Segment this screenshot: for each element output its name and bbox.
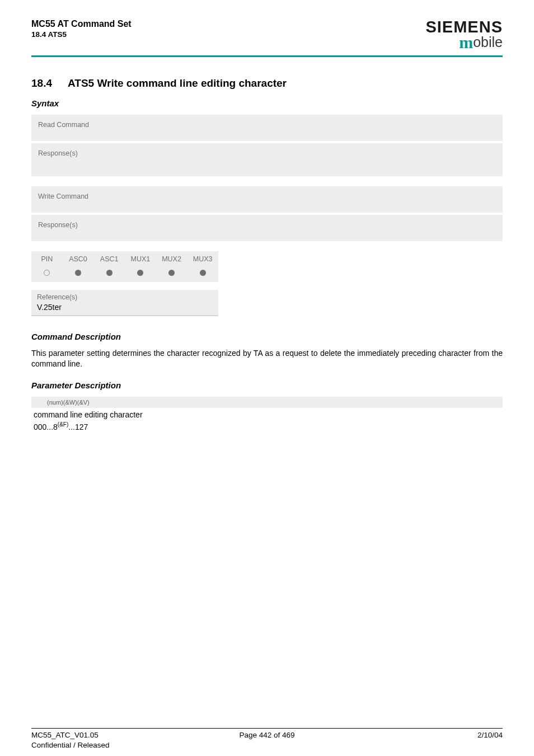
footer-confidential: Confidential / Released: [31, 741, 110, 749]
command-description-label: Command Description: [31, 332, 503, 341]
col-asc0: ASC0: [63, 251, 94, 267]
col-mux3: MUX3: [187, 251, 218, 267]
response-block-2: Response(s): [31, 215, 503, 241]
cell-mux2: [156, 267, 188, 282]
cell-mux1: [125, 267, 156, 282]
reference-value: V.25ter: [31, 303, 218, 316]
parameter-description-label: Parameter Description: [31, 381, 503, 390]
parameter-text: command line editing character: [31, 410, 503, 419]
read-command-block: Read Command: [31, 115, 503, 141]
syntax-label: Syntax: [31, 98, 503, 108]
cell-mux3: [187, 267, 218, 282]
doc-header: MC55 AT Command Set 18.4 ATS5 SIEMENS mo…: [31, 19, 503, 51]
header-left: MC55 AT Command Set 18.4 ATS5: [31, 19, 132, 39]
brand-block: SIEMENS mobile: [425, 19, 503, 51]
doc-title: MC55 AT Command Set: [31, 19, 132, 29]
col-pin: PIN: [31, 251, 63, 267]
doc-subtitle: 18.4 ATS5: [31, 30, 132, 39]
reference-label: Reference(s): [31, 290, 218, 303]
range-pre: 000...8: [34, 422, 58, 431]
interfaces-value-row: [31, 267, 218, 282]
circle-fill-icon: [137, 270, 143, 276]
footer-center: Page 442 of 469: [31, 731, 503, 739]
col-mux2: MUX2: [156, 251, 188, 267]
section-title: ATS5 Write command line editing characte…: [68, 77, 287, 89]
cell-asc0: [63, 267, 94, 282]
interfaces-table: PIN ASC0 ASC1 MUX1 MUX2 MUX3: [31, 251, 218, 282]
col-asc1: ASC1: [93, 251, 125, 267]
footer: MC55_ATC_V01.05 Page 442 of 469 2/10/04: [31, 728, 503, 739]
command-description-text: This parameter setting determines the ch…: [31, 348, 503, 369]
interfaces-header-row: PIN ASC0 ASC1 MUX1 MUX2 MUX3: [31, 251, 218, 267]
section-number: 18.4: [31, 77, 52, 90]
parameter-attributes-bar: (num)(&W)(&V): [31, 397, 503, 408]
circle-fill-icon: [200, 270, 206, 276]
mobile-rest: obile: [473, 34, 503, 50]
footer-right: 2/10/04: [477, 731, 503, 739]
circle-open-icon: [44, 270, 50, 276]
circle-fill-icon: [106, 270, 113, 276]
circle-fill-icon: [168, 270, 175, 276]
write-command-block: Write Command: [31, 186, 503, 213]
circle-fill-icon: [75, 270, 81, 276]
response-block-1: Response(s): [31, 143, 503, 176]
cell-asc1: [93, 267, 125, 282]
cell-pin: [31, 267, 63, 282]
mobile-m-glyph: m: [459, 33, 473, 51]
range-post: ...127: [68, 422, 88, 431]
col-mux1: MUX1: [125, 251, 156, 267]
parameter-range: 000...8(&F)...127: [31, 421, 503, 431]
range-superscript: (&F): [58, 421, 68, 428]
section-heading: 18.4ATS5 Write command line editing char…: [31, 77, 503, 90]
mobile-logo: mobile: [425, 34, 503, 51]
header-divider: [31, 55, 503, 57]
footer-left: MC55_ATC_V01.05: [31, 731, 99, 739]
